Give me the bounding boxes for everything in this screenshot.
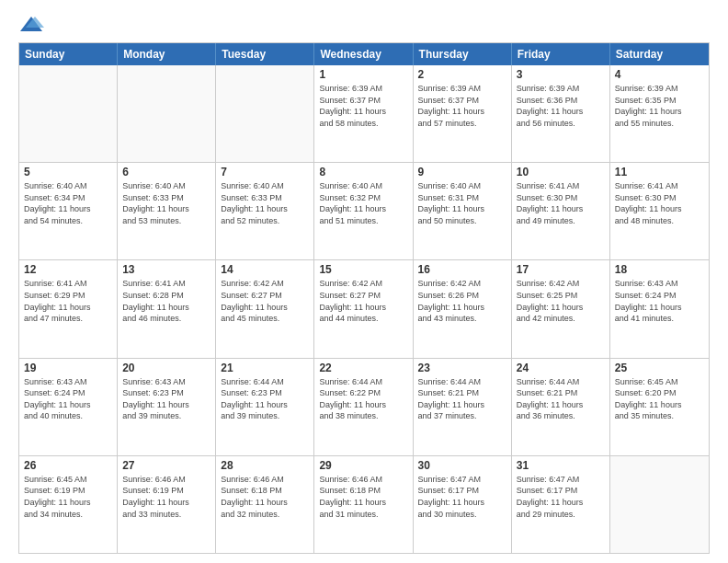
cal-cell-1-2: 7Sunrise: 6:40 AM Sunset: 6:33 PM Daylig… [216,163,314,259]
weekday-header-monday: Monday [118,43,216,65]
weekday-header-wednesday: Wednesday [314,43,413,65]
cell-info: Sunrise: 6:42 AM Sunset: 6:25 PM Dayligh… [517,278,605,324]
cal-cell-1-5: 10Sunrise: 6:41 AM Sunset: 6:30 PM Dayli… [512,163,610,259]
day-number: 15 [319,263,407,276]
day-number: 25 [615,362,704,374]
day-number: 20 [122,362,210,374]
cell-info: Sunrise: 6:43 AM Sunset: 6:24 PM Dayligh… [615,278,704,324]
weekday-header-saturday: Saturday [610,43,709,65]
day-number: 5 [24,166,112,178]
cell-info: Sunrise: 6:46 AM Sunset: 6:19 PM Dayligh… [122,474,210,520]
cal-cell-1-6: 11Sunrise: 6:41 AM Sunset: 6:30 PM Dayli… [610,163,709,259]
cal-cell-4-4: 30Sunrise: 6:47 AM Sunset: 6:17 PM Dayli… [414,456,512,553]
calendar-row-0: 1Sunrise: 6:39 AM Sunset: 6:37 PM Daylig… [19,65,709,163]
day-number: 9 [418,166,506,178]
cal-cell-3-6: 25Sunrise: 6:45 AM Sunset: 6:20 PM Dayli… [610,359,709,455]
cal-cell-0-6: 4Sunrise: 6:39 AM Sunset: 6:35 PM Daylig… [610,65,709,162]
day-number: 14 [221,263,309,276]
weekday-header-thursday: Thursday [414,43,512,65]
day-number: 2 [418,68,506,81]
cell-info: Sunrise: 6:47 AM Sunset: 6:17 PM Dayligh… [517,474,605,520]
day-number: 1 [319,68,407,81]
cal-cell-1-1: 6Sunrise: 6:40 AM Sunset: 6:33 PM Daylig… [118,163,216,259]
cell-info: Sunrise: 6:44 AM Sunset: 6:21 PM Dayligh… [517,376,605,422]
cell-info: Sunrise: 6:42 AM Sunset: 6:27 PM Dayligh… [221,278,309,324]
day-number: 22 [319,362,407,374]
cal-cell-3-5: 24Sunrise: 6:44 AM Sunset: 6:21 PM Dayli… [512,359,610,455]
cell-info: Sunrise: 6:42 AM Sunset: 6:27 PM Dayligh… [319,278,407,324]
cal-cell-2-5: 17Sunrise: 6:42 AM Sunset: 6:25 PM Dayli… [512,260,610,357]
day-number: 13 [122,263,210,276]
cal-cell-1-0: 5Sunrise: 6:40 AM Sunset: 6:34 PM Daylig… [19,163,118,259]
cell-info: Sunrise: 6:44 AM Sunset: 6:21 PM Dayligh… [418,376,506,422]
cal-cell-0-3: 1Sunrise: 6:39 AM Sunset: 6:37 PM Daylig… [314,65,413,162]
header [18,15,710,35]
day-number: 6 [122,166,210,178]
logo [18,15,48,35]
cal-cell-4-0: 26Sunrise: 6:45 AM Sunset: 6:19 PM Dayli… [19,456,118,553]
cell-info: Sunrise: 6:44 AM Sunset: 6:22 PM Dayligh… [319,376,407,422]
cal-cell-0-2 [216,65,314,162]
day-number: 17 [517,263,605,276]
cal-cell-0-0 [19,65,118,162]
day-number: 3 [517,68,605,81]
cell-info: Sunrise: 6:39 AM Sunset: 6:35 PM Dayligh… [615,83,704,129]
day-number: 10 [517,166,605,178]
cell-info: Sunrise: 6:40 AM Sunset: 6:31 PM Dayligh… [418,180,506,226]
cal-cell-3-4: 23Sunrise: 6:44 AM Sunset: 6:21 PM Dayli… [414,359,512,455]
calendar-row-2: 12Sunrise: 6:41 AM Sunset: 6:29 PM Dayli… [19,260,709,358]
cal-cell-3-2: 21Sunrise: 6:44 AM Sunset: 6:23 PM Dayli… [216,359,314,455]
cell-info: Sunrise: 6:45 AM Sunset: 6:20 PM Dayligh… [615,376,704,422]
weekday-header-friday: Friday [512,43,610,65]
cell-info: Sunrise: 6:40 AM Sunset: 6:34 PM Dayligh… [24,180,112,226]
day-number: 23 [418,362,506,374]
calendar: SundayMondayTuesdayWednesdayThursdayFrid… [18,42,710,554]
day-number: 8 [319,166,407,178]
day-number: 7 [221,166,309,178]
day-number: 24 [517,362,605,374]
logo-icon [18,15,44,35]
cal-cell-2-2: 14Sunrise: 6:42 AM Sunset: 6:27 PM Dayli… [216,260,314,357]
cal-cell-2-3: 15Sunrise: 6:42 AM Sunset: 6:27 PM Dayli… [314,260,413,357]
cell-info: Sunrise: 6:47 AM Sunset: 6:17 PM Dayligh… [418,474,506,520]
cell-info: Sunrise: 6:39 AM Sunset: 6:36 PM Dayligh… [517,83,605,129]
cell-info: Sunrise: 6:43 AM Sunset: 6:23 PM Dayligh… [122,376,210,422]
day-number: 21 [221,362,309,374]
cell-info: Sunrise: 6:40 AM Sunset: 6:33 PM Dayligh… [122,180,210,226]
cell-info: Sunrise: 6:46 AM Sunset: 6:18 PM Dayligh… [319,474,407,520]
cal-cell-3-1: 20Sunrise: 6:43 AM Sunset: 6:23 PM Dayli… [118,359,216,455]
cal-cell-2-1: 13Sunrise: 6:41 AM Sunset: 6:28 PM Dayli… [118,260,216,357]
cal-cell-4-1: 27Sunrise: 6:46 AM Sunset: 6:19 PM Dayli… [118,456,216,553]
day-number: 12 [24,263,112,276]
calendar-row-3: 19Sunrise: 6:43 AM Sunset: 6:24 PM Dayli… [19,359,709,456]
page: SundayMondayTuesdayWednesdayThursdayFrid… [0,0,728,563]
cal-cell-0-4: 2Sunrise: 6:39 AM Sunset: 6:37 PM Daylig… [414,65,512,162]
calendar-header: SundayMondayTuesdayWednesdayThursdayFrid… [19,43,709,65]
cal-cell-3-0: 19Sunrise: 6:43 AM Sunset: 6:24 PM Dayli… [19,359,118,455]
day-number: 19 [24,362,112,374]
cell-info: Sunrise: 6:41 AM Sunset: 6:28 PM Dayligh… [122,278,210,324]
cell-info: Sunrise: 6:39 AM Sunset: 6:37 PM Dayligh… [319,83,407,129]
cell-info: Sunrise: 6:43 AM Sunset: 6:24 PM Dayligh… [24,376,112,422]
cal-cell-4-6 [610,456,709,553]
cal-cell-1-3: 8Sunrise: 6:40 AM Sunset: 6:32 PM Daylig… [314,163,413,259]
cell-info: Sunrise: 6:41 AM Sunset: 6:30 PM Dayligh… [615,180,704,226]
cal-cell-0-1 [118,65,216,162]
day-number: 27 [122,459,210,472]
cal-cell-4-2: 28Sunrise: 6:46 AM Sunset: 6:18 PM Dayli… [216,456,314,553]
cell-info: Sunrise: 6:41 AM Sunset: 6:30 PM Dayligh… [517,180,605,226]
cal-cell-2-4: 16Sunrise: 6:42 AM Sunset: 6:26 PM Dayli… [414,260,512,357]
cal-cell-3-3: 22Sunrise: 6:44 AM Sunset: 6:22 PM Dayli… [314,359,413,455]
day-number: 18 [615,263,704,276]
day-number: 4 [615,68,704,81]
cell-info: Sunrise: 6:40 AM Sunset: 6:33 PM Dayligh… [221,180,309,226]
cell-info: Sunrise: 6:46 AM Sunset: 6:18 PM Dayligh… [221,474,309,520]
day-number: 28 [221,459,309,472]
weekday-header-sunday: Sunday [19,43,118,65]
cell-info: Sunrise: 6:44 AM Sunset: 6:23 PM Dayligh… [221,376,309,422]
day-number: 16 [418,263,506,276]
weekday-header-tuesday: Tuesday [216,43,314,65]
cell-info: Sunrise: 6:39 AM Sunset: 6:37 PM Dayligh… [418,83,506,129]
cal-cell-0-5: 3Sunrise: 6:39 AM Sunset: 6:36 PM Daylig… [512,65,610,162]
cal-cell-4-3: 29Sunrise: 6:46 AM Sunset: 6:18 PM Dayli… [314,456,413,553]
